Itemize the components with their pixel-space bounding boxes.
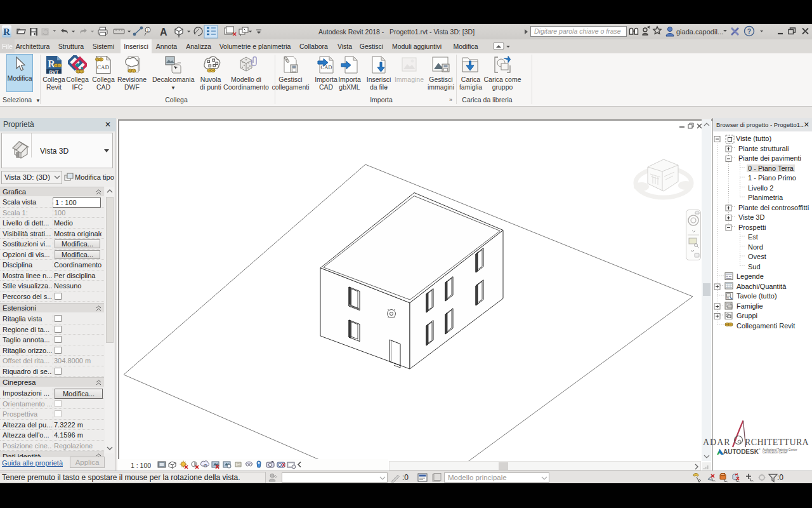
svg-text:1: 1 — [147, 28, 149, 32]
svg-text:R: R — [3, 27, 10, 37]
svg-text:m: m — [726, 296, 729, 300]
svg-text:RVT: RVT — [49, 69, 59, 75]
svg-text:✕: ✕ — [232, 31, 237, 37]
svg-text:?: ? — [747, 27, 751, 35]
svg-text:A: A — [160, 27, 167, 37]
svg-text:R: R — [48, 58, 55, 69]
svg-text:CAD: CAD — [321, 64, 332, 70]
svg-text:CAD: CAD — [97, 64, 110, 70]
svg-text:G: G — [204, 464, 207, 468]
svg-text:giada.capodil...: giada.capodil... — [676, 28, 723, 36]
